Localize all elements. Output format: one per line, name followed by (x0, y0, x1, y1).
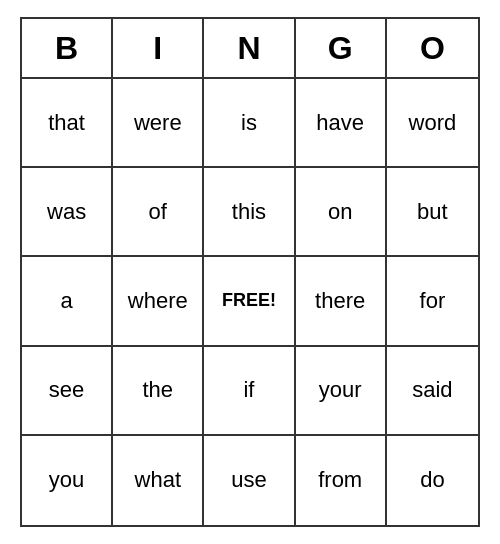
bingo-cell-4-2: use (204, 436, 295, 525)
bingo-cell-1-3: on (296, 168, 387, 255)
bingo-cell-4-4: do (387, 436, 478, 525)
bingo-cell-1-4: but (387, 168, 478, 255)
bingo-row-1: wasofthisonbut (22, 168, 478, 257)
bingo-cell-2-0: a (22, 257, 113, 344)
bingo-cell-0-1: were (113, 79, 204, 166)
bingo-body: thatwereishavewordwasofthisonbutawhereFR… (22, 79, 478, 525)
bingo-cell-2-2: FREE! (204, 257, 295, 344)
bingo-cell-0-4: word (387, 79, 478, 166)
header-letter-b: B (22, 19, 113, 77)
bingo-cell-2-3: there (296, 257, 387, 344)
bingo-cell-3-2: if (204, 347, 295, 434)
bingo-card: BINGO thatwereishavewordwasofthisonbutaw… (20, 17, 480, 527)
bingo-cell-2-4: for (387, 257, 478, 344)
bingo-cell-4-1: what (113, 436, 204, 525)
header-letter-g: G (296, 19, 387, 77)
bingo-cell-1-1: of (113, 168, 204, 255)
bingo-cell-1-0: was (22, 168, 113, 255)
bingo-cell-3-4: said (387, 347, 478, 434)
bingo-cell-0-3: have (296, 79, 387, 166)
bingo-cell-3-0: see (22, 347, 113, 434)
header-letter-n: N (204, 19, 295, 77)
bingo-cell-3-3: your (296, 347, 387, 434)
bingo-header: BINGO (22, 19, 478, 79)
header-letter-i: I (113, 19, 204, 77)
bingo-cell-3-1: the (113, 347, 204, 434)
bingo-row-0: thatwereishaveword (22, 79, 478, 168)
bingo-cell-0-2: is (204, 79, 295, 166)
bingo-row-2: awhereFREE!therefor (22, 257, 478, 346)
bingo-row-3: seetheifyoursaid (22, 347, 478, 436)
bingo-cell-2-1: where (113, 257, 204, 344)
bingo-row-4: youwhatusefromdo (22, 436, 478, 525)
bingo-cell-1-2: this (204, 168, 295, 255)
bingo-cell-4-0: you (22, 436, 113, 525)
bingo-cell-0-0: that (22, 79, 113, 166)
bingo-cell-4-3: from (296, 436, 387, 525)
header-letter-o: O (387, 19, 478, 77)
